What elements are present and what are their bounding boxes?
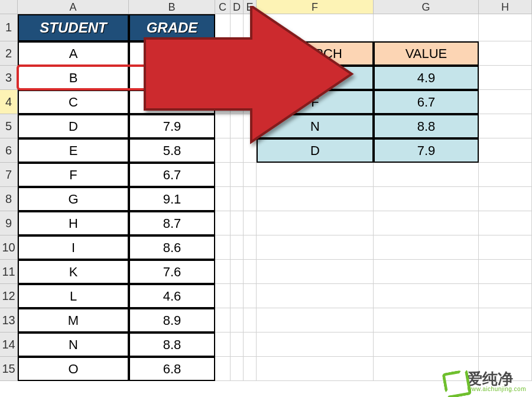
col-header-B[interactable]: B <box>129 0 215 14</box>
cell[interactable] <box>479 187 532 211</box>
cell-search[interactable]: b <box>257 66 374 90</box>
cell-grade[interactable]: 8.8 <box>129 333 215 357</box>
cell[interactable] <box>374 260 479 284</box>
cell[interactable] <box>244 14 257 41</box>
cell[interactable] <box>215 308 231 333</box>
cell[interactable] <box>215 66 231 90</box>
col-header-G[interactable]: G <box>374 0 479 14</box>
row-header-9[interactable]: 9 <box>0 211 18 235</box>
cell[interactable] <box>244 163 257 187</box>
cell-grade[interactable]: 4.6 <box>129 284 215 308</box>
cell-grade[interactable]: 8.8 <box>129 90 215 114</box>
cell-grade[interactable]: 9.1 <box>129 187 215 211</box>
cell[interactable] <box>479 235 532 260</box>
cell-grade[interactable]: 7.6 <box>129 260 215 284</box>
cell[interactable] <box>231 357 244 381</box>
cell[interactable] <box>231 308 244 333</box>
cell[interactable] <box>215 187 231 211</box>
cell[interactable] <box>479 138 532 163</box>
row-header-8[interactable]: 8 <box>0 187 18 211</box>
cell[interactable] <box>257 308 374 333</box>
cell[interactable] <box>479 333 532 357</box>
cell[interactable] <box>257 163 374 187</box>
cell-student[interactable]: K <box>18 260 129 284</box>
cell[interactable] <box>479 41 532 66</box>
cell[interactable] <box>215 211 231 235</box>
row-header-15[interactable]: 15 <box>0 357 18 381</box>
cell[interactable] <box>215 14 231 41</box>
col-header-C[interactable]: C <box>215 0 231 14</box>
cell[interactable] <box>231 114 244 138</box>
cell-search[interactable]: F <box>257 90 374 114</box>
row-header-14[interactable]: 14 <box>0 333 18 357</box>
cell[interactable] <box>231 187 244 211</box>
cell[interactable] <box>479 14 532 41</box>
cell[interactable] <box>244 90 257 114</box>
cell[interactable] <box>215 235 231 260</box>
cell-grade[interactable]: 7.9 <box>129 114 215 138</box>
header-value[interactable]: VALUE <box>374 41 479 66</box>
cell[interactable] <box>231 163 244 187</box>
cell[interactable] <box>257 284 374 308</box>
cell-student[interactable]: D <box>18 114 129 138</box>
cell-student[interactable]: M <box>18 308 129 333</box>
cell[interactable] <box>257 260 374 284</box>
cell[interactable] <box>231 66 244 90</box>
cell[interactable] <box>374 308 479 333</box>
cell[interactable] <box>215 357 231 381</box>
cell-student[interactable]: O <box>18 357 129 381</box>
cell[interactable] <box>479 90 532 114</box>
cell[interactable] <box>374 235 479 260</box>
cell-student[interactable]: G <box>18 187 129 211</box>
cell[interactable] <box>215 163 231 187</box>
cell-student[interactable]: F <box>18 163 129 187</box>
row-header-3[interactable]: 3 <box>0 66 18 90</box>
cell[interactable] <box>479 163 532 187</box>
col-header-E[interactable]: E <box>244 0 257 14</box>
corner-cell[interactable] <box>0 0 18 14</box>
cell[interactable] <box>257 333 374 357</box>
cell-value[interactable]: 6.7 <box>374 90 479 114</box>
cell[interactable] <box>244 260 257 284</box>
cell[interactable] <box>244 187 257 211</box>
cell[interactable] <box>231 211 244 235</box>
cell[interactable] <box>479 284 532 308</box>
row-header-13[interactable]: 13 <box>0 308 18 333</box>
cell[interactable] <box>244 41 257 66</box>
cell[interactable] <box>374 284 479 308</box>
cell[interactable] <box>231 260 244 284</box>
cell[interactable] <box>257 187 374 211</box>
cell-student[interactable]: H <box>18 211 129 235</box>
cell[interactable] <box>374 163 479 187</box>
row-header-11[interactable]: 11 <box>0 260 18 284</box>
cell[interactable] <box>231 90 244 114</box>
cell-grade[interactable]: 8.7 <box>129 211 215 235</box>
row-header-2[interactable]: 2 <box>0 41 18 66</box>
cell[interactable] <box>257 357 374 381</box>
cell-student[interactable]: B <box>18 66 129 90</box>
cell[interactable] <box>231 41 244 66</box>
cell[interactable] <box>215 284 231 308</box>
header-grade[interactable]: GRADE <box>129 14 215 41</box>
row-header-7[interactable]: 7 <box>0 163 18 187</box>
cell[interactable] <box>257 14 374 41</box>
cell-student[interactable]: L <box>18 284 129 308</box>
cell[interactable] <box>244 357 257 381</box>
cell[interactable] <box>257 235 374 260</box>
cell-grade[interactable]: 6.8 <box>129 357 215 381</box>
header-student[interactable]: STUDENT <box>18 14 129 41</box>
row-header-4[interactable]: 4 <box>0 90 18 114</box>
cell-student[interactable]: E <box>18 138 129 163</box>
cell[interactable] <box>231 235 244 260</box>
cell[interactable] <box>215 333 231 357</box>
col-header-D[interactable]: D <box>231 0 244 14</box>
cell[interactable] <box>244 333 257 357</box>
cell[interactable] <box>231 138 244 163</box>
cell[interactable] <box>479 260 532 284</box>
row-header-12[interactable]: 12 <box>0 284 18 308</box>
cell[interactable] <box>244 66 257 90</box>
cell-search[interactable]: N <box>257 114 374 138</box>
cell[interactable] <box>231 333 244 357</box>
header-search[interactable]: SEARCH <box>257 41 374 66</box>
cell[interactable] <box>479 114 532 138</box>
